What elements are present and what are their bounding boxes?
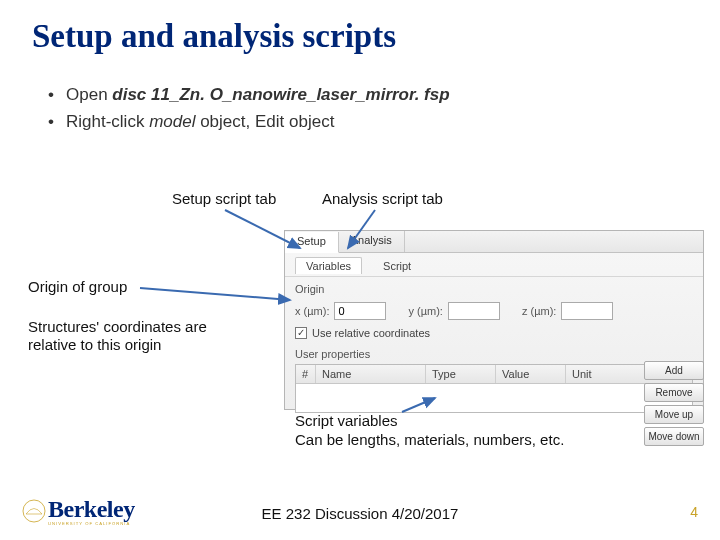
input-z[interactable] bbox=[561, 302, 613, 320]
bullet-2: Right-click model object, Edit object bbox=[48, 110, 720, 135]
bullet-1: Open disc 11_Zn. O_nanowire_laser_mirror… bbox=[48, 83, 720, 108]
checkbox-relative-coords[interactable]: ✓ Use relative coordinates bbox=[285, 325, 703, 345]
label-setup-tab: Setup script tab bbox=[172, 190, 276, 207]
checkbox-relative-label: Use relative coordinates bbox=[312, 327, 430, 339]
check-icon: ✓ bbox=[295, 327, 307, 339]
cal-seal-icon bbox=[22, 499, 46, 523]
field-z: z (µm): bbox=[522, 302, 613, 320]
col-type: Type bbox=[426, 365, 496, 383]
add-button[interactable]: Add bbox=[644, 361, 704, 380]
label-x: x (µm): bbox=[295, 305, 329, 317]
bullet-2-model: model bbox=[149, 112, 195, 131]
moveup-button[interactable]: Move up bbox=[644, 405, 704, 424]
logo-text: Berkeley bbox=[48, 496, 135, 523]
label-analysis-tab: Analysis script tab bbox=[322, 190, 443, 207]
annotation-structures-l2: relative to this origin bbox=[28, 336, 228, 354]
svg-line-2 bbox=[140, 288, 290, 300]
logo-subtext: UNIVERSITY OF CALIFORNIA bbox=[48, 521, 135, 526]
berkeley-logo: Berkeley UNIVERSITY OF CALIFORNIA bbox=[22, 496, 135, 526]
user-properties-label: User properties bbox=[285, 345, 703, 360]
subtab-script[interactable]: Script bbox=[372, 257, 422, 274]
slide-title: Setup and analysis scripts bbox=[0, 0, 720, 55]
table-body bbox=[296, 384, 692, 412]
bullet-2-suffix: object, Edit object bbox=[195, 112, 334, 131]
input-x[interactable] bbox=[334, 302, 386, 320]
col-num: # bbox=[296, 365, 316, 383]
sub-tab-row: Variables Script bbox=[285, 253, 703, 277]
field-y: y (µm): bbox=[408, 302, 499, 320]
origin-coordinates: x (µm): y (µm): z (µm): bbox=[285, 297, 703, 325]
movedown-button[interactable]: Move down bbox=[644, 427, 704, 446]
annotation-scriptvars: Script variables Can be lengths, materia… bbox=[295, 412, 575, 450]
annotation-structures-l1: Structures' coordinates are bbox=[28, 318, 228, 336]
tab-setup[interactable]: Setup bbox=[285, 232, 339, 253]
origin-section-label: Origin bbox=[285, 277, 703, 297]
annotation-scriptvars-l2: Can be lengths, materials, numbers, etc. bbox=[295, 431, 575, 450]
col-value: Value bbox=[496, 365, 566, 383]
col-name: Name bbox=[316, 365, 426, 383]
remove-button[interactable]: Remove bbox=[644, 383, 704, 402]
bullet-1-prefix: Open bbox=[66, 85, 112, 104]
bullet-2-prefix: Right-click bbox=[66, 112, 149, 131]
input-y[interactable] bbox=[448, 302, 500, 320]
table-header: # Name Type Value Unit bbox=[296, 365, 692, 384]
button-column: Add Remove Move up Move down bbox=[644, 361, 704, 446]
properties-table: # Name Type Value Unit bbox=[295, 364, 693, 413]
annotation-origin: Origin of group bbox=[28, 278, 127, 296]
subtab-variables[interactable]: Variables bbox=[295, 257, 362, 274]
editor-screenshot: Setup Analysis Variables Script Origin x… bbox=[284, 230, 704, 410]
tab-analysis[interactable]: Analysis bbox=[339, 231, 405, 252]
field-x: x (µm): bbox=[295, 302, 386, 320]
main-tab-row: Setup Analysis bbox=[285, 231, 703, 253]
bullet-1-filename: disc 11_Zn. O_nanowire_laser_mirror. fsp bbox=[112, 85, 449, 104]
annotation-structures: Structures' coordinates are relative to … bbox=[28, 318, 228, 354]
bullet-list: Open disc 11_Zn. O_nanowire_laser_mirror… bbox=[0, 55, 720, 134]
label-y: y (µm): bbox=[408, 305, 442, 317]
svg-point-4 bbox=[23, 500, 45, 522]
slide-number: 4 bbox=[690, 504, 698, 520]
label-z: z (µm): bbox=[522, 305, 556, 317]
annotation-scriptvars-l1: Script variables bbox=[295, 412, 575, 431]
col-unit: Unit bbox=[566, 365, 616, 383]
